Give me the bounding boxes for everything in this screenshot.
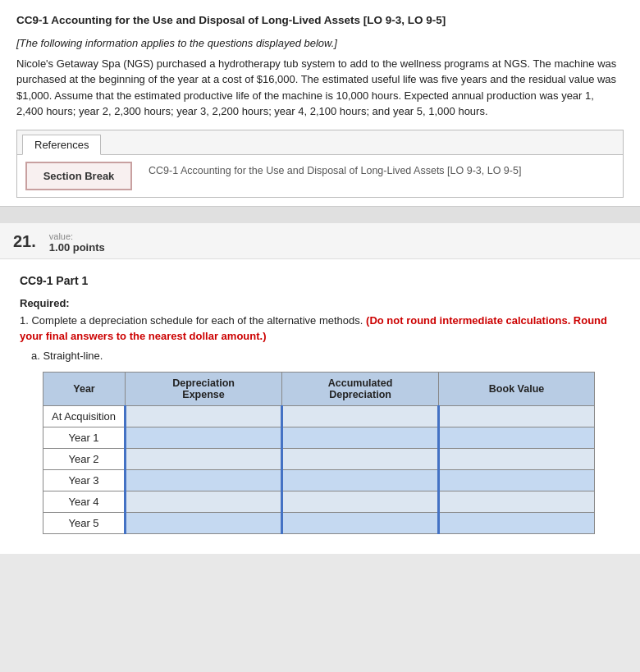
references-content: Section Break CC9-1 Accounting for the U… [17, 154, 623, 197]
divider [0, 207, 640, 223]
page: CC9-1 Accounting for the Use and Disposa… [0, 0, 640, 672]
book_val-cell[interactable] [439, 491, 595, 512]
section-ref-text: CC9-1 Accounting for the Use and Disposa… [149, 162, 615, 190]
col-header-acc-dep: AccumulatedDepreciation [282, 372, 439, 405]
dep_exp-input[interactable] [135, 474, 272, 487]
problem-number-row: 21. value: 1.00 points [0, 223, 640, 259]
dep_exp-cell[interactable] [126, 448, 282, 469]
dep_exp-input[interactable] [135, 410, 272, 423]
dep_exp-cell[interactable] [126, 405, 282, 427]
part-title: CC9-1 Part 1 [20, 274, 620, 287]
book_val-input[interactable] [448, 517, 586, 529]
problem-text: Nicole's Getaway Spa (NGS) purchased a h… [16, 56, 624, 120]
info-italic: [The following information applies to th… [16, 37, 624, 49]
dep_exp-cell[interactable] [126, 427, 282, 448]
book_val-cell[interactable] [439, 469, 595, 491]
item1-start: 1. Complete a depreciation schedule for … [20, 314, 363, 327]
top-section: CC9-1 Accounting for the Use and Disposa… [0, 0, 640, 207]
dep_exp-cell[interactable] [126, 469, 282, 491]
sub-item-a: a. Straight-line. [31, 350, 620, 362]
book_val-cell[interactable] [439, 512, 595, 533]
problem-title: CC9-1 Accounting for the Use and Disposa… [16, 13, 624, 29]
acc_dep-cell[interactable] [282, 491, 439, 512]
value-points: value: 1.00 points [49, 231, 105, 254]
book_val-input[interactable] [448, 453, 586, 465]
book_val-cell[interactable] [439, 448, 595, 469]
acc_dep-input[interactable] [291, 453, 429, 465]
book_val-cell[interactable] [439, 427, 595, 448]
table-row: Year 4 [43, 491, 595, 512]
year-cell: At Acquisition [43, 405, 126, 427]
book_val-input[interactable] [448, 474, 586, 487]
depreciation-table: Year DepreciationExpense AccumulatedDepr… [43, 372, 595, 534]
main-content: CC9-1 Part 1 Required: 1. Complete a dep… [0, 259, 640, 554]
dep_exp-cell[interactable] [126, 491, 282, 512]
acc_dep-input[interactable] [291, 410, 429, 423]
dep_exp-input[interactable] [135, 432, 272, 444]
section-break-label: Section Break [43, 170, 115, 182]
acc_dep-cell[interactable] [282, 405, 439, 427]
references-tab[interactable]: References [22, 135, 101, 155]
year-cell: Year 1 [43, 427, 126, 448]
dep_exp-input[interactable] [135, 496, 272, 508]
acc_dep-input[interactable] [291, 432, 429, 444]
year-cell: Year 2 [43, 448, 126, 469]
year-cell: Year 5 [43, 512, 126, 533]
year-cell: Year 4 [43, 491, 126, 512]
table-row: At Acquisition [43, 405, 595, 427]
acc_dep-cell[interactable] [282, 512, 439, 533]
dep_exp-input[interactable] [135, 517, 272, 529]
year-cell: Year 3 [43, 469, 126, 491]
references-tab-area: References Section Break CC9-1 Accountin… [16, 130, 624, 198]
book_val-input[interactable] [448, 432, 586, 444]
col-header-year: Year [43, 372, 126, 405]
section-break-box: Section Break [25, 162, 132, 190]
table-row: Year 3 [43, 469, 595, 491]
acc_dep-input[interactable] [291, 496, 429, 508]
dep_exp-input[interactable] [135, 453, 272, 465]
points-value: 1.00 points [49, 241, 105, 254]
problem-number: 21. [13, 231, 36, 251]
acc_dep-input[interactable] [291, 517, 429, 529]
required-label: Required: [20, 297, 620, 309]
acc_dep-input[interactable] [291, 474, 429, 487]
book_val-input[interactable] [448, 496, 586, 508]
table-row: Year 1 [43, 427, 595, 448]
value-label: value: [49, 231, 105, 241]
acc_dep-cell[interactable] [282, 469, 439, 491]
book_val-input[interactable] [448, 410, 586, 423]
col-header-book-val: Book Value [439, 372, 595, 405]
book_val-cell[interactable] [439, 405, 595, 427]
acc_dep-cell[interactable] [282, 427, 439, 448]
table-row: Year 5 [43, 512, 595, 533]
acc_dep-cell[interactable] [282, 448, 439, 469]
col-header-dep-exp: DepreciationExpense [126, 372, 282, 405]
dep_exp-cell[interactable] [126, 512, 282, 533]
required-item-1: 1. Complete a depreciation schedule for … [20, 313, 620, 345]
table-row: Year 2 [43, 448, 595, 469]
